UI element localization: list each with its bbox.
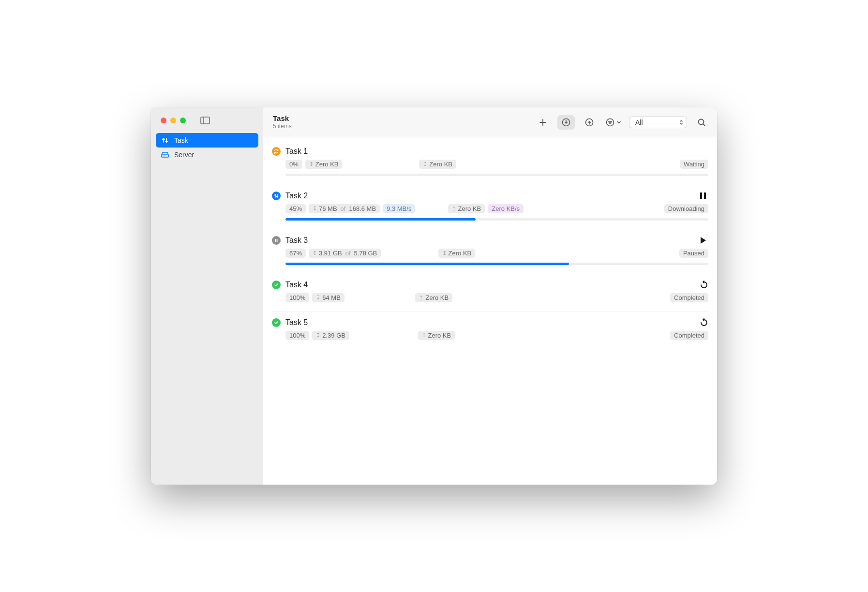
search-icon xyxy=(697,118,706,127)
task-list: Task 1 0% ↧Zero KB ↥Zero KB Waiting Task… xyxy=(263,137,717,485)
svg-rect-15 xyxy=(704,192,706,199)
downloads-tab-button[interactable] xyxy=(557,115,575,130)
window-controls xyxy=(161,118,186,123)
uploads-tab-button[interactable] xyxy=(581,115,598,130)
progress-bar xyxy=(285,174,708,176)
task-row[interactable]: Task 2 45% ↧76 MB of 168.6 MB9.3 MB/s ↥Z… xyxy=(272,185,708,229)
task-name: Task 5 xyxy=(285,318,308,327)
download-size-pill: ↧3.91 GB of 5.78 GB xyxy=(309,249,381,258)
zoom-window-button[interactable] xyxy=(180,118,186,123)
play-button[interactable] xyxy=(700,237,708,244)
sidebar-nav: Task Server xyxy=(151,131,263,164)
pause-icon xyxy=(272,236,281,245)
task-name: Task 3 xyxy=(285,236,308,245)
page-title: Task 5 items xyxy=(273,114,292,131)
sidebar-item-label: Task xyxy=(174,136,188,144)
svg-rect-16 xyxy=(275,239,276,242)
app-window: Task Server Task 5 items xyxy=(151,107,717,485)
sidebar: Task Server xyxy=(151,107,263,485)
download-size-pill: ↧Zero KB xyxy=(305,160,343,169)
svg-rect-0 xyxy=(201,117,210,124)
progress-bar xyxy=(285,263,708,265)
upload-size-pill: ↥Zero KB xyxy=(418,331,455,340)
drive-icon xyxy=(161,150,169,159)
filter-value: All xyxy=(635,118,643,126)
sidebar-item-server[interactable]: Server xyxy=(156,148,258,162)
close-window-button[interactable] xyxy=(161,118,166,123)
restart-button[interactable] xyxy=(700,281,708,289)
percent-pill: 0% xyxy=(285,160,302,169)
upload-rate-pill: Zero KB/s xyxy=(488,204,524,213)
title-text: Task xyxy=(273,114,292,123)
download-size-pill: ↧64 MB xyxy=(312,293,344,302)
subtitle-text: 5 items xyxy=(273,123,292,130)
progress-bar xyxy=(285,218,708,221)
percent-pill: 100% xyxy=(285,331,309,340)
titlebar xyxy=(151,111,263,131)
toggle-sidebar-button[interactable] xyxy=(200,117,210,124)
sidebar-item-label: Server xyxy=(174,151,194,159)
pause-button[interactable] xyxy=(700,192,708,200)
status-pill: Downloading xyxy=(664,204,708,213)
updown-icon xyxy=(161,136,169,145)
upload-size-pill: ↥Zero KB xyxy=(415,293,452,302)
restart-button[interactable] xyxy=(700,318,708,327)
status-pill: Completed xyxy=(670,293,708,302)
task-name: Task 4 xyxy=(285,281,308,289)
check-icon xyxy=(272,281,281,289)
svg-rect-17 xyxy=(277,239,278,242)
toolbar: Task 5 items All xyxy=(263,107,717,137)
download-size-pill: ↧76 MB of 168.6 MB xyxy=(309,204,380,213)
search-button[interactable] xyxy=(693,115,710,130)
stepper-icon xyxy=(679,118,684,126)
status-pill: Paused xyxy=(679,249,708,258)
chevron-down-icon xyxy=(616,120,621,125)
upload-size-pill: ↥Zero KB xyxy=(438,249,476,258)
check-icon xyxy=(272,318,281,327)
percent-pill: 45% xyxy=(285,204,306,213)
percent-pill: 67% xyxy=(285,249,306,258)
svg-rect-14 xyxy=(700,192,702,199)
task-name: Task 2 xyxy=(285,192,308,200)
download-size-pill: ↧2.39 GB xyxy=(312,331,349,340)
minimize-window-button[interactable] xyxy=(170,118,176,123)
filter-select[interactable]: All xyxy=(629,117,687,128)
percent-pill: 100% xyxy=(285,293,309,302)
sync-icon xyxy=(272,147,281,156)
status-pill: Waiting xyxy=(680,160,708,169)
upload-size-pill: ↥Zero KB xyxy=(419,160,456,169)
status-pill: Completed xyxy=(670,331,708,340)
sort-menu-button[interactable] xyxy=(604,118,623,127)
task-row[interactable]: Task 5 100% ↧2.39 GB ↥Zero KB Completed xyxy=(272,311,708,349)
main-pane: Task 5 items All xyxy=(263,107,717,485)
task-row[interactable]: Task 4 100% ↧64 MB ↥Zero KB Completed xyxy=(272,274,708,311)
download-rate-pill: 9.3 MB/s xyxy=(383,204,415,213)
transfer-icon xyxy=(272,192,281,200)
sidebar-item-task[interactable]: Task xyxy=(156,133,258,148)
task-row[interactable]: Task 3 67% ↧3.91 GB of 5.78 GB ↥Zero KB … xyxy=(272,229,708,274)
upload-size-pill: ↥Zero KB xyxy=(448,204,485,213)
task-row[interactable]: Task 1 0% ↧Zero KB ↥Zero KB Waiting xyxy=(272,140,708,185)
svg-line-13 xyxy=(703,124,705,126)
add-button[interactable] xyxy=(534,115,552,130)
task-name: Task 1 xyxy=(285,147,308,156)
